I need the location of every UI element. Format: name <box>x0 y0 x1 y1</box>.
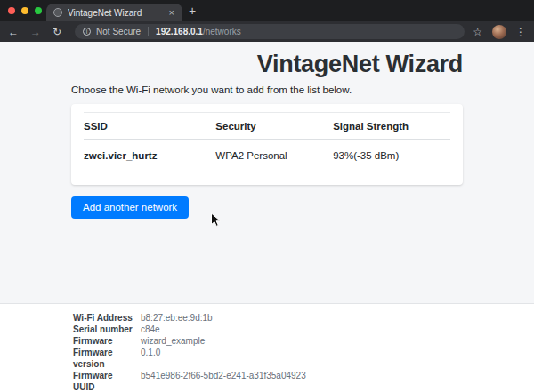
info-row: Serial number c84e <box>73 324 534 335</box>
url-host: 192.168.0.1 <box>156 27 203 36</box>
tab-close-icon[interactable]: × <box>168 8 175 18</box>
header-security: Security <box>215 113 333 140</box>
device-info-footer: Wi-Fi Address b8:27:eb:ee:9d:1b Serial n… <box>0 303 534 392</box>
networks-card: SSID Security Signal Strength zwei.vier_… <box>71 104 463 185</box>
network-row[interactable]: zwei.vier_hurtz WPA2 Personal 93%(-35 dB… <box>84 140 450 162</box>
network-security: WPA2 Personal <box>215 140 333 162</box>
page-url: 192.168.0.1/networks <box>156 27 241 36</box>
tab-favicon-icon <box>53 8 62 17</box>
networks-table: SSID Security Signal Strength zwei.vier_… <box>84 112 450 161</box>
info-row: Firmware UUID b541e986-2f66-5bd2-e241-a3… <box>73 370 534 392</box>
browser-titlebar: VintageNet Wizard × + <box>0 0 534 21</box>
tab-title: VintageNet Wizard <box>68 8 168 18</box>
wifi-address-label: Wi-Fi Address <box>73 312 134 324</box>
firmware-label: Firmware <box>73 335 134 347</box>
address-bar[interactable]: i Not Secure 192.168.0.1/networks <box>75 24 465 39</box>
page-info-icon[interactable]: i <box>83 28 91 36</box>
close-window-button[interactable] <box>8 7 15 14</box>
zoom-window-button[interactable] <box>35 7 42 14</box>
firmware-version-value: 0.1.0 <box>141 347 160 370</box>
network-ssid[interactable]: zwei.vier_hurtz <box>84 140 215 162</box>
reload-icon[interactable]: ↻ <box>53 27 61 37</box>
wifi-address-value: b8:27:eb:ee:9d:1b <box>141 312 213 324</box>
new-tab-button[interactable]: + <box>189 3 196 19</box>
firmware-value: wizard_example <box>141 335 205 347</box>
window-controls <box>8 7 42 14</box>
firmware-uuid-value: b541e986-2f66-5bd2-e241-a31f35a04923 <box>141 370 306 392</box>
network-signal: 93%(-35 dBm) <box>333 140 450 162</box>
table-header-row: SSID Security Signal Strength <box>84 113 450 140</box>
minimize-window-button[interactable] <box>21 7 28 14</box>
back-icon[interactable]: ← <box>8 27 19 37</box>
profile-avatar[interactable] <box>492 25 506 39</box>
info-row: Firmware version 0.1.0 <box>73 347 534 370</box>
browser-window: VintageNet Wizard × + ← → ↻ i Not Secure… <box>0 0 534 392</box>
firmware-uuid-label: Firmware UUID <box>73 370 134 392</box>
main-area: VintageNet Wizard Choose the Wi-Fi netwo… <box>0 42 534 303</box>
bookmark-star-icon[interactable]: ☆ <box>473 27 482 37</box>
forward-icon[interactable]: → <box>30 27 41 37</box>
intro-text: Choose the Wi-Fi network you want to add… <box>71 84 463 95</box>
browser-toolbar: ← → ↻ i Not Secure 192.168.0.1/networks … <box>0 21 534 42</box>
header-ssid: SSID <box>84 113 215 140</box>
security-status: Not Secure <box>96 27 141 36</box>
add-another-network-button[interactable]: Add another network <box>71 196 189 219</box>
url-path: /networks <box>203 27 241 36</box>
omnibox-divider <box>148 27 149 36</box>
page-content: VintageNet Wizard Choose the Wi-Fi netwo… <box>0 42 534 392</box>
header-signal-strength: Signal Strength <box>333 113 450 140</box>
info-row: Wi-Fi Address b8:27:eb:ee:9d:1b <box>73 312 534 324</box>
info-row: Firmware wizard_example <box>73 335 534 347</box>
serial-number-label: Serial number <box>73 324 134 335</box>
serial-number-value: c84e <box>141 324 160 335</box>
page-title: VintageNet Wizard <box>71 50 463 78</box>
firmware-version-label: Firmware version <box>73 347 134 370</box>
browser-menu-icon[interactable]: ⋮ <box>515 27 526 37</box>
browser-tab[interactable]: VintageNet Wizard × <box>46 4 182 21</box>
